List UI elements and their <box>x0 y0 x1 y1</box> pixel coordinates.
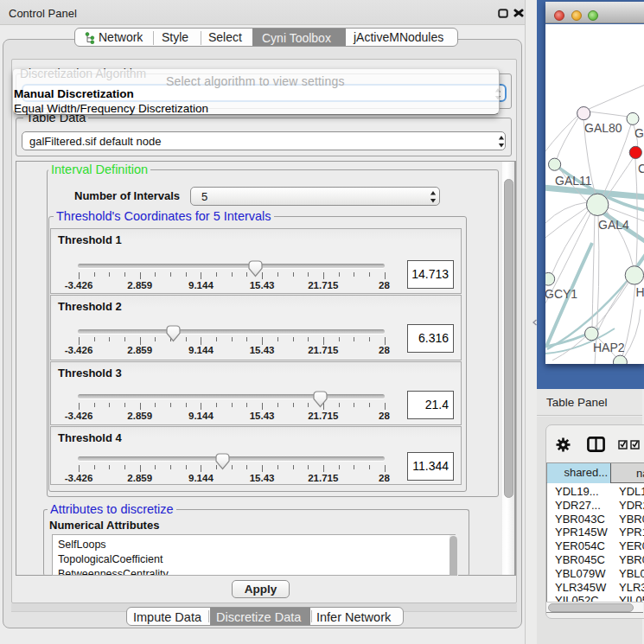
svg-text:GA: GA <box>634 126 644 140</box>
svg-text:GAL4: GAL4 <box>598 218 629 232</box>
svg-text:GAL11: GAL11 <box>555 174 592 188</box>
svg-text:GCY1: GCY1 <box>545 287 577 301</box>
svg-text:H: H <box>636 285 644 299</box>
svg-text:HAP2: HAP2 <box>593 341 625 354</box>
svg-text:C: C <box>638 162 644 175</box>
svg-text:GAL80: GAL80 <box>584 121 622 135</box>
